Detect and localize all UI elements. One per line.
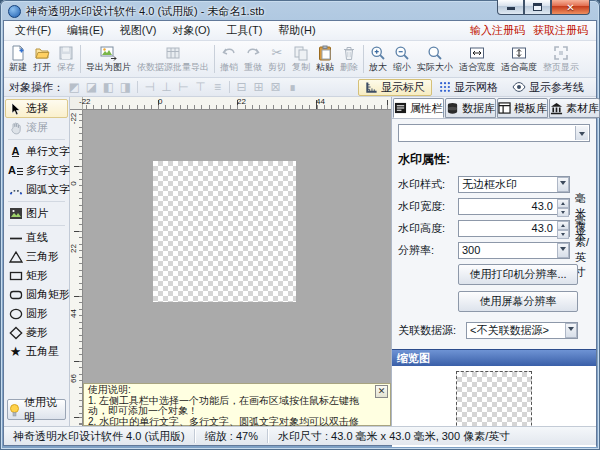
tool-rectangle-shape[interactable]: 矩形	[5, 266, 68, 285]
get-license-link[interactable]: 获取注册码	[530, 23, 588, 38]
spin-up-button[interactable]	[557, 221, 569, 230]
spin-down-button[interactable]	[557, 230, 569, 239]
toolbox-separator	[8, 201, 65, 202]
new-document-button[interactable]: 新建	[6, 42, 30, 76]
whole-page-label: 整页显示	[543, 61, 579, 74]
menu-item-3[interactable]: 对象(O)	[164, 21, 218, 40]
align-middle-icon[interactable]: ≡	[209, 79, 226, 96]
actual-size-button[interactable]: 实际大小	[414, 42, 456, 76]
copy-icon	[293, 44, 309, 61]
tool-multi-line-text[interactable]: A多行文字	[5, 161, 68, 180]
maximize-button[interactable]	[524, 0, 551, 15]
tool-star-shape[interactable]: ★五角星	[5, 342, 68, 361]
field-value: 300	[458, 242, 570, 259]
app-frame: 文件(F)编辑(E)视图(V)对象(O)工具(T)帮助(H) 输入注册码 获取注…	[3, 20, 597, 446]
delete-button[interactable]: 删除	[337, 42, 361, 76]
fit-width-button[interactable]: 适合宽度	[456, 42, 498, 76]
align-center-h-icon[interactable]: ⊥	[158, 79, 175, 96]
save-floppy-button[interactable]: 保存	[54, 42, 78, 76]
maximize-icon	[533, 3, 542, 11]
export-image-button[interactable]: 导出为图片	[83, 42, 134, 76]
canvas-area[interactable]: 使用说明: 1. 左侧工具栏中选择一个功能后，在画布区域按住鼠标左键拖动，即可添…	[70, 97, 391, 426]
menu-item-1[interactable]: 编辑(E)	[59, 21, 112, 40]
menu-item-2[interactable]: 视图(V)	[112, 21, 165, 40]
same-size-icon[interactable]: ⊠	[267, 79, 284, 96]
fit-height-label: 适合高度	[501, 61, 537, 74]
fit-height-button[interactable]: 适合高度	[498, 42, 540, 76]
zoom-out-button[interactable]: 缩小	[390, 42, 414, 76]
field-label: 分辨率:	[398, 243, 458, 258]
redo-button[interactable]: 重做	[241, 42, 265, 76]
help-close-button[interactable]: ✕	[375, 385, 388, 398]
distribute-icon[interactable]: ∎	[284, 79, 301, 96]
copy-button[interactable]: 复制	[289, 42, 313, 76]
rounded-rectangle-shape-icon	[8, 287, 23, 302]
app-logo-icon[interactable]	[8, 5, 21, 18]
field-dropdown[interactable]: 无边框水印	[458, 176, 570, 193]
tool-label: 菱形	[26, 325, 48, 340]
field-dropdown[interactable]: 300	[458, 242, 570, 259]
enter-license-link[interactable]: 输入注册码	[467, 23, 525, 38]
align-right-icon[interactable]: ⊢	[175, 79, 192, 96]
cut-button[interactable]: ✂剪切	[265, 42, 289, 76]
tab-database[interactable]: 数据库	[445, 98, 496, 118]
menu-item-4[interactable]: 工具(T)	[218, 21, 270, 40]
minimize-button[interactable]	[497, 0, 524, 15]
tool-arc-text[interactable]: 圆弧文字	[5, 180, 68, 199]
open-folder-icon	[34, 44, 50, 61]
zoom-in-icon	[370, 44, 386, 61]
batch-export-button[interactable]: 依数据源批量导出	[134, 42, 212, 76]
show-ruler-button[interactable]: 显示标尺	[358, 79, 432, 96]
toolbar-separator	[229, 81, 230, 93]
tool-circle-shape[interactable]: 圆形	[5, 304, 68, 323]
zoom-in-button[interactable]: 放大	[366, 42, 390, 76]
tab-properties[interactable]: 属性栏	[393, 98, 444, 118]
datasource-label: 关联数据源:	[398, 323, 466, 338]
menubar: 文件(F)编辑(E)视图(V)对象(O)工具(T)帮助(H) 输入注册码 获取注…	[4, 21, 596, 41]
close-button[interactable]: ✕	[551, 0, 590, 15]
show-guides-button[interactable]: 显示参考线	[505, 79, 591, 96]
object-selector-combo[interactable]	[398, 124, 590, 142]
tab-materials[interactable]: 素材库	[549, 98, 600, 118]
open-folder-button[interactable]: 打开	[30, 42, 54, 76]
tool-select-arrow[interactable]: 选择	[5, 99, 68, 118]
bring-forward-icon[interactable]: ◧	[100, 79, 117, 96]
open-folder-label: 打开	[33, 61, 51, 74]
same-height-icon[interactable]: ⊞	[250, 79, 267, 96]
use-printer-resolution-button[interactable]: 使用打印机分辨率...	[458, 264, 578, 285]
tool-rounded-rectangle-shape[interactable]: 圆角矩形	[5, 285, 68, 304]
field-label: 水印高度:	[398, 221, 458, 236]
usage-help-button[interactable]: 使用说明	[7, 399, 66, 420]
spin-up-button[interactable]	[557, 199, 569, 208]
datasource-dropdown[interactable]: <不关联数据源>	[466, 322, 578, 339]
menu-item-5[interactable]: 帮助(H)	[270, 21, 323, 40]
toolbar-separator	[137, 81, 138, 93]
send-to-back-icon[interactable]: ◪	[83, 79, 100, 96]
tool-diamond-shape[interactable]: 菱形	[5, 323, 68, 342]
tool-picture[interactable]: 图片	[5, 204, 68, 223]
undo-button[interactable]: 撤销	[217, 42, 241, 76]
ruler-label-v: -22	[70, 112, 78, 125]
whole-page-button[interactable]: 整页显示	[540, 42, 582, 76]
paste-button[interactable]: 粘贴	[313, 42, 337, 76]
database-icon	[446, 102, 459, 115]
field-spinner[interactable]: 43.0	[458, 220, 570, 237]
align-top-icon[interactable]: ⊤	[192, 79, 209, 96]
same-width-icon[interactable]: ⊟	[233, 79, 250, 96]
use-screen-resolution-button[interactable]: 使用屏幕分辨率	[458, 291, 578, 312]
menu-item-0[interactable]: 文件(F)	[7, 21, 59, 40]
field-spinner[interactable]: 43.0	[458, 198, 570, 215]
spin-down-button[interactable]	[557, 208, 569, 217]
tool-single-line-text[interactable]: A单行文字	[5, 142, 68, 161]
tool-hand[interactable]: 滚屏	[5, 118, 68, 137]
tool-line-shape[interactable]: 直线	[5, 228, 68, 247]
show-grid-button[interactable]: 显示网格	[432, 79, 505, 96]
send-backward-icon[interactable]: ◨	[117, 79, 134, 96]
align-left-icon[interactable]: ⊣	[141, 79, 158, 96]
tool-triangle-shape[interactable]: 三角形	[5, 247, 68, 266]
show-ruler-label: 显示标尺	[381, 80, 425, 95]
watermark-canvas[interactable]	[153, 161, 296, 302]
tab-templates[interactable]: 模板库	[497, 98, 548, 118]
bring-to-front-icon[interactable]: ◩	[66, 79, 83, 96]
triangle-shape-icon	[8, 249, 23, 264]
